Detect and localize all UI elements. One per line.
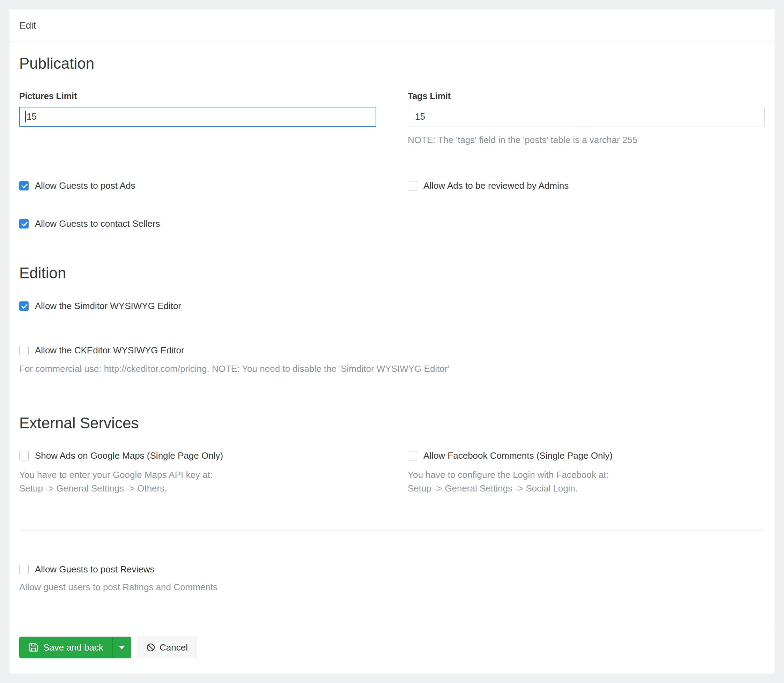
save-icon bbox=[29, 643, 39, 652]
ckeditor-editor-label: Allow the CKEditor WYSIWYG Editor bbox=[35, 345, 184, 356]
facebook-comments-note-line-2: Setup -> General Settings -> Social Logi… bbox=[408, 482, 765, 495]
guests-contact-sellers-checkbox[interactable] bbox=[19, 219, 29, 228]
guest-reviews-checkbox[interactable] bbox=[19, 565, 29, 574]
ads-reviewed-by-admins-checkbox[interactable] bbox=[408, 181, 417, 191]
checkbox-row-allow-guests-post-ads[interactable]: Allow Guests to post Ads bbox=[19, 180, 376, 191]
section-heading-edition: Edition bbox=[19, 264, 765, 282]
save-button-group: Save and back bbox=[19, 637, 131, 658]
cancel-label: Cancel bbox=[159, 642, 188, 653]
checkbox-row-google-maps[interactable]: Show Ads on Google Maps (Single Page Onl… bbox=[19, 451, 376, 461]
save-and-back-label: Save and back bbox=[43, 642, 103, 653]
google-maps-label: Show Ads on Google Maps (Single Page Onl… bbox=[35, 451, 223, 461]
edit-panel: Edit Publication Pictures Limit Tags Lim… bbox=[9, 9, 775, 674]
section-heading-publication: Publication bbox=[19, 55, 765, 73]
page-title: Edit bbox=[19, 20, 36, 31]
guest-reviews-note: Allow guest users to post Ratings and Co… bbox=[19, 580, 765, 594]
simditor-editor-label: Allow the Simditor WYSIWYG Editor bbox=[35, 301, 181, 311]
checkbox-row-ckeditor[interactable]: Allow the CKEditor WYSIWYG Editor bbox=[19, 345, 765, 356]
ads-reviewed-by-admins-label: Allow Ads to be reviewed by Admins bbox=[423, 180, 569, 191]
checkbox-row-guest-reviews[interactable]: Allow Guests to post Reviews bbox=[19, 564, 765, 575]
panel-footer: Save and back Cancel bbox=[10, 626, 774, 673]
checkbox-row-ads-reviewed-by-admins[interactable]: Allow Ads to be reviewed by Admins bbox=[408, 180, 765, 191]
pictures-limit-input[interactable] bbox=[19, 107, 376, 127]
google-maps-note-line-1: You have to enter your Google Maps API k… bbox=[19, 468, 376, 482]
tags-limit-input[interactable] bbox=[408, 107, 765, 127]
checkbox-row-simditor[interactable]: Allow the Simditor WYSIWYG Editor bbox=[19, 301, 765, 311]
save-and-back-button[interactable]: Save and back bbox=[19, 637, 112, 658]
save-dropdown-toggle[interactable] bbox=[112, 637, 131, 658]
facebook-comments-checkbox[interactable] bbox=[408, 451, 417, 460]
cancel-button[interactable]: Cancel bbox=[137, 637, 197, 658]
limits-row: Pictures Limit Tags Limit NOTE: The 'tag… bbox=[19, 91, 765, 147]
pictures-limit-input-wrap bbox=[19, 107, 376, 127]
google-maps-checkbox[interactable] bbox=[19, 451, 29, 460]
allow-guests-post-ads-label: Allow Guests to post Ads bbox=[35, 180, 135, 191]
ckeditor-editor-checkbox[interactable] bbox=[19, 346, 29, 355]
tags-limit-note: NOTE: The 'tags' field in the 'posts' ta… bbox=[408, 133, 765, 147]
tags-limit-input-wrap bbox=[408, 107, 765, 127]
guests-contact-sellers-label: Allow Guests to contact Sellers bbox=[35, 218, 160, 229]
google-maps-note: You have to enter your Google Maps API k… bbox=[19, 468, 376, 495]
allow-guests-post-ads-checkbox[interactable] bbox=[19, 181, 29, 191]
panel-header: Edit bbox=[10, 10, 774, 42]
google-maps-note-line-2: Setup -> General Settings -> Others. bbox=[19, 482, 376, 495]
text-cursor bbox=[25, 111, 26, 122]
tags-limit-label: Tags Limit bbox=[408, 91, 765, 101]
external-services-row: Show Ads on Google Maps (Single Page Onl… bbox=[19, 451, 765, 495]
facebook-comments-note: You have to configure the Login with Fac… bbox=[408, 468, 765, 495]
page-background: Edit Publication Pictures Limit Tags Lim… bbox=[0, 0, 784, 683]
checkbox-row-facebook-comments[interactable]: Allow Facebook Comments (Single Page Onl… bbox=[408, 451, 765, 461]
panel-body: Publication Pictures Limit Tags Limit NO… bbox=[10, 42, 774, 626]
facebook-comments-note-line-1: You have to configure the Login with Fac… bbox=[408, 468, 765, 482]
simditor-editor-checkbox[interactable] bbox=[19, 301, 29, 311]
col-right: Allow Ads to be reviewed by Admins bbox=[408, 180, 765, 191]
facebook-comments-label: Allow Facebook Comments (Single Page Onl… bbox=[423, 451, 613, 461]
facebook-comments-field: Allow Facebook Comments (Single Page Onl… bbox=[408, 451, 765, 495]
tags-limit-field: Tags Limit NOTE: The 'tags' field in the… bbox=[408, 91, 765, 147]
cancel-icon bbox=[146, 643, 155, 652]
section-heading-external-services: External Services bbox=[19, 414, 765, 433]
checkbox-row-guests-contact-sellers[interactable]: Allow Guests to contact Sellers bbox=[19, 218, 765, 229]
pictures-limit-field: Pictures Limit bbox=[19, 91, 376, 147]
section-divider bbox=[19, 530, 765, 531]
ckeditor-note: For commercial use: http://ckeditor.com/… bbox=[19, 362, 765, 376]
chevron-down-icon bbox=[119, 646, 125, 649]
publication-checkbox-row-1: Allow Guests to post Ads Allow Ads to be… bbox=[19, 180, 765, 191]
google-maps-field: Show Ads on Google Maps (Single Page Onl… bbox=[19, 451, 376, 495]
guest-reviews-label: Allow Guests to post Reviews bbox=[35, 564, 154, 575]
col-left: Allow Guests to post Ads bbox=[19, 180, 376, 191]
pictures-limit-label: Pictures Limit bbox=[19, 91, 376, 101]
